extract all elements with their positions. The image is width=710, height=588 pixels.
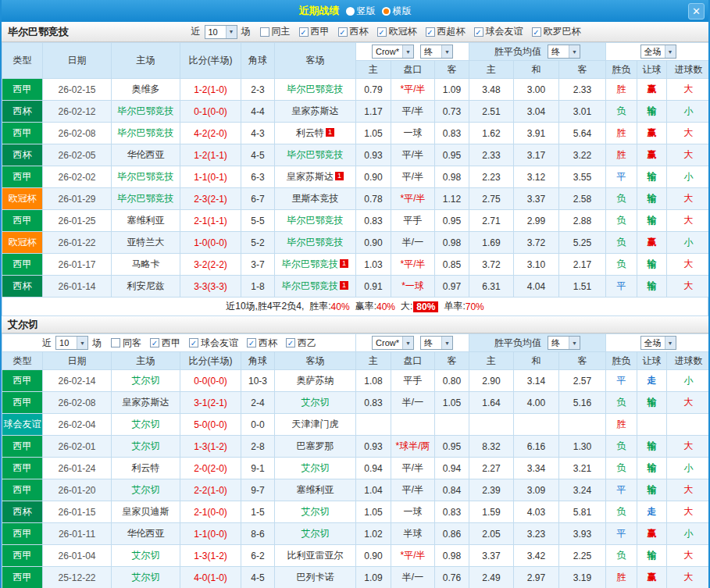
score-cell: 4-2(2-0) xyxy=(180,123,241,144)
match-row: 欧冠杯26-01-22亚特兰大1-0(0-0)5-2毕尔巴鄂竞技0.90半/一0… xyxy=(2,232,710,254)
checkbox-icon[interactable]: ✓ xyxy=(474,27,483,37)
filter-checkbox-欧罗巴杯[interactable]: ✓欧罗巴杯 xyxy=(532,25,581,38)
filter-checkbox-西杯[interactable]: ✓西杯 xyxy=(338,25,369,38)
goals-result-cell: 大 xyxy=(667,392,710,414)
checkbox-icon[interactable]: ✓ xyxy=(338,27,348,37)
checkbox-icon[interactable]: ✓ xyxy=(286,338,295,347)
match-row: 西甲26-02-01艾尔切1-3(1-2)2-8巴塞罗那0.93*球半/两0.9… xyxy=(2,436,710,458)
avg-away-cell: 5.64 xyxy=(559,123,606,144)
avg-header-cell: 胜平负均值 终▼ xyxy=(469,43,606,61)
filter-checkbox-欧冠杯[interactable]: ✓欧冠杯 xyxy=(377,25,417,38)
chevron-down-icon: ▼ xyxy=(226,26,237,38)
team-name-text: 艾尔切 xyxy=(301,506,330,517)
team-name-text: 塞维利亚 xyxy=(127,215,165,226)
avg-home-cell: 1.64 xyxy=(469,392,514,414)
goals-result-cell: 大 xyxy=(667,567,710,588)
filter-checkbox-西杯[interactable]: ✓西杯 xyxy=(247,337,277,350)
radio-icon-horizontal[interactable] xyxy=(382,7,391,16)
score-cell: 2-1(0-0) xyxy=(180,501,241,523)
filter-checkbox-同主[interactable]: 同主 xyxy=(260,25,291,38)
chevron-down-icon: ▼ xyxy=(402,337,413,349)
avg-label: 胜平负均值 xyxy=(494,45,541,59)
filter-near-label: 近 xyxy=(191,25,201,38)
radio-option-horizontal[interactable]: 横版 xyxy=(382,5,412,18)
matches-table-bilbao: 类型 日期 主场 比分(半场) 角球 客场 Crow*▼ 终▼ 胜平负均值 终▼ xyxy=(2,42,710,298)
match-date-cell: 26-01-17 xyxy=(43,254,112,276)
home-odds-cell: 0.93 xyxy=(356,144,391,166)
league-type-cell: 西甲 xyxy=(2,79,43,101)
filter-checkbox-西超杯[interactable]: ✓西超杯 xyxy=(426,25,466,38)
filter-checkbox-西甲[interactable]: ✓西甲 xyxy=(299,25,330,38)
filter-checkbox-球会友谊[interactable]: ✓球会友谊 xyxy=(189,337,238,350)
result-cell: 负 xyxy=(606,254,637,276)
scope-header-cell: 全场▼ xyxy=(606,43,710,61)
checkbox-icon[interactable] xyxy=(260,27,269,37)
away-team-cell: 塞维利亚 xyxy=(275,479,356,501)
handicap-result-cell: 走 xyxy=(637,501,667,523)
filter-checkbox-西甲[interactable]: ✓西甲 xyxy=(150,337,180,350)
away-team-cell: 巴塞罗那 xyxy=(275,436,356,458)
avg-draw-cell: 2.99 xyxy=(514,210,559,232)
team-name-text: 毕尔巴鄂竞技 xyxy=(118,193,174,204)
checkbox-icon[interactable]: ✓ xyxy=(426,27,435,37)
odds-time-select[interactable]: 终▼ xyxy=(420,336,453,350)
avg-away-cell: 2.58 xyxy=(559,188,606,210)
filter-checkbox-同客[interactable]: 同客 xyxy=(111,337,141,350)
filter-checkbox-西乙[interactable]: ✓西乙 xyxy=(286,337,316,350)
radio-option-vertical[interactable]: 竖版 xyxy=(346,5,376,18)
col-header-goals: 进球数 xyxy=(667,61,710,79)
scope-select[interactable]: 全场▼ xyxy=(640,336,676,350)
corner-cell: 2-8 xyxy=(241,436,275,458)
avg-header-cell: 胜平负均值 终▼ xyxy=(469,334,606,352)
close-button[interactable]: ✕ xyxy=(688,3,705,20)
red-card-badge: 1 xyxy=(326,128,334,137)
checkbox-icon[interactable]: ✓ xyxy=(189,338,198,347)
avg-draw-cell: 4.04 xyxy=(514,276,559,298)
league-type-cell: 西甲 xyxy=(2,123,43,144)
bookmaker-select[interactable]: Crow*▼ xyxy=(372,336,414,350)
team-name-text: 艾尔切 xyxy=(132,572,160,583)
summary-text: 近10场,胜4平2负4, xyxy=(226,300,304,313)
checkbox-icon[interactable]: ✓ xyxy=(150,338,159,347)
away-odds-cell: 0.95 xyxy=(435,144,469,166)
radio-label-horizontal[interactable]: 横版 xyxy=(393,5,412,18)
col-header-away: 客场 xyxy=(275,43,356,79)
checkbox-icon[interactable]: ✓ xyxy=(247,338,256,347)
checkbox-icon[interactable]: ✓ xyxy=(377,27,387,37)
checkbox-icon[interactable] xyxy=(111,338,120,347)
away-odds-cell: 0.85 xyxy=(435,254,469,276)
handicap-cell: *球半/两 xyxy=(391,436,435,458)
match-count-select[interactable]: 10▼ xyxy=(205,25,237,39)
bookmaker-select[interactable]: Crow*▼ xyxy=(372,45,414,59)
avg-away-cell: 5.25 xyxy=(559,232,606,254)
home-team-cell: 利安尼兹 xyxy=(112,276,180,298)
home-odds-cell: 0.94 xyxy=(356,458,391,479)
away-odds-cell: 0.95 xyxy=(435,436,469,458)
radio-label-vertical[interactable]: 竖版 xyxy=(357,5,376,18)
away-odds-cell: 1.12 xyxy=(435,188,469,210)
goals-result-cell: 大 xyxy=(667,144,710,166)
radio-icon-vertical[interactable] xyxy=(346,7,355,16)
avg-time-select[interactable]: 终▼ xyxy=(548,336,580,350)
result-cell: 负 xyxy=(606,436,637,458)
away-odds-cell: 0.98 xyxy=(435,545,469,567)
checkbox-icon[interactable]: ✓ xyxy=(532,27,541,37)
summary-stat-label: 大: xyxy=(401,300,412,313)
match-count-select[interactable]: 10▼ xyxy=(55,336,88,350)
home-team-cell: 奥维多 xyxy=(112,79,180,101)
avg-home-cell: 2.05 xyxy=(469,523,514,545)
league-type-cell: 西甲 xyxy=(2,370,43,392)
handicap-cell: 一球 xyxy=(391,123,435,144)
goals-result-cell: 小 xyxy=(667,232,710,254)
scope-select[interactable]: 全场▼ xyxy=(640,45,676,59)
col-header-away: 客场 xyxy=(275,352,356,370)
col-header-date: 日期 xyxy=(43,43,112,79)
checkbox-icon[interactable]: ✓ xyxy=(299,27,309,37)
odds-time-select[interactable]: 终▼ xyxy=(420,45,453,59)
team-name-text: 毕尔巴鄂竞技 xyxy=(118,171,174,182)
home-odds-cell: 1.09 xyxy=(356,567,391,588)
away-team-cell: 艾尔切 xyxy=(275,458,356,479)
avg-time-select[interactable]: 终▼ xyxy=(548,45,580,59)
filter-checkbox-球会友谊[interactable]: ✓球会友谊 xyxy=(474,25,523,38)
score-cell: 1-1(0-1) xyxy=(180,166,241,188)
